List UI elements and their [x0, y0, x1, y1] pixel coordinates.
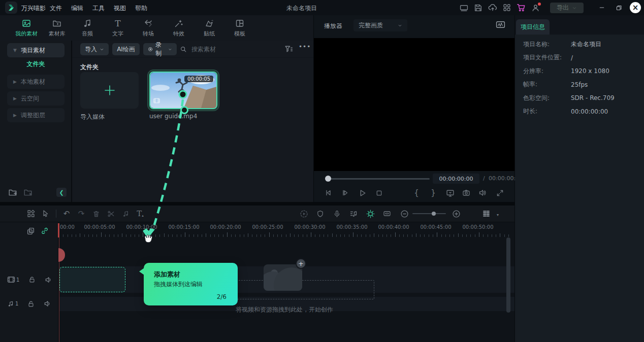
- ai-paint-button[interactable]: AI绘画: [112, 43, 140, 55]
- menu-help[interactable]: 帮助: [135, 4, 147, 13]
- close-button[interactable]: ×: [630, 2, 641, 13]
- prev-frame-button[interactable]: [323, 188, 333, 198]
- chevron-down-icon: [100, 47, 104, 52]
- tab-project-info[interactable]: 项目信息: [516, 19, 550, 35]
- auto-ripple-link-icon[interactable]: [41, 227, 49, 235]
- zoom-slider-knob[interactable]: [432, 212, 436, 216]
- sidebar-item-label: 项目素材: [21, 46, 45, 55]
- playhead[interactable]: [59, 223, 59, 342]
- new-folder-icon[interactable]: [8, 188, 17, 197]
- menu-tools[interactable]: 工具: [92, 4, 105, 13]
- search-input[interactable]: [190, 45, 253, 53]
- record-button[interactable]: 录制: [143, 43, 177, 55]
- lock-icon[interactable]: [28, 276, 36, 283]
- text-tool-icon[interactable]: T▴: [136, 209, 145, 218]
- field-row: 色彩空间:SDR - Rec.709: [515, 91, 644, 105]
- timeline-zoom-slider[interactable]: [412, 213, 446, 214]
- menu-file[interactable]: 文件: [50, 4, 62, 13]
- cloud-upload-icon[interactable]: [488, 3, 497, 12]
- video-track-badge: 1: [7, 276, 19, 283]
- sidebar-item-project-media[interactable]: ▼ 项目素材: [7, 43, 65, 57]
- lock-icon[interactable]: [27, 300, 35, 307]
- import-media-tile[interactable]: [80, 72, 139, 109]
- restore-button[interactable]: [611, 0, 626, 15]
- select-tool-icon[interactable]: [41, 209, 50, 218]
- ripple-edit-icon[interactable]: [382, 209, 392, 218]
- play-button[interactable]: [357, 188, 367, 198]
- sidebar-item-adjustment-layer[interactable]: ▶ 调整图层: [7, 108, 65, 122]
- timeline-toolbar: ↶ ↷ T▴ ▾: [0, 206, 514, 222]
- track-header-gutter: 1 1: [0, 222, 58, 342]
- tab-my-media[interactable]: 我的素材: [11, 15, 42, 41]
- shield-icon[interactable]: [315, 209, 325, 218]
- sidebar-item-local-media[interactable]: ▶ 本地素材: [7, 75, 65, 89]
- redo-icon[interactable]: ↷: [77, 209, 86, 218]
- add-media-plus-icon[interactable]: +: [296, 258, 306, 269]
- media-toolbar: 导入 AI绘画 录制 •••: [72, 41, 313, 58]
- cart-icon[interactable]: [517, 3, 526, 12]
- display-device-button[interactable]: [445, 188, 455, 198]
- filter-icon[interactable]: [284, 45, 293, 53]
- track-layout-icon[interactable]: [481, 209, 491, 218]
- more-options-button[interactable]: •••: [299, 43, 311, 50]
- mute-icon[interactable]: [44, 300, 51, 307]
- drag-handle[interactable]: [180, 106, 188, 114]
- search-box[interactable]: [180, 43, 253, 55]
- volume-button[interactable]: [477, 188, 488, 198]
- media-grid-icon[interactable]: [26, 209, 36, 218]
- export-button[interactable]: 导出: [550, 3, 584, 13]
- drop-target-preview[interactable]: [59, 267, 125, 292]
- render-preview-icon[interactable]: [299, 209, 308, 218]
- tab-transition[interactable]: 转场: [133, 15, 164, 41]
- video-preview[interactable]: [314, 38, 514, 171]
- tab-text[interactable]: T 文字: [103, 15, 133, 41]
- collapse-sidebar-button[interactable]: ❮: [56, 188, 67, 197]
- timeline-ruler[interactable]: 00:00 00:00:05:00 00:00:10:00 00:00:15:0…: [59, 223, 511, 237]
- quality-dropdown[interactable]: 完整画质: [353, 19, 407, 31]
- next-frame-button[interactable]: [340, 188, 350, 198]
- menu-view[interactable]: 视图: [114, 4, 126, 13]
- trash-icon[interactable]: [91, 209, 101, 218]
- playhead-handle[interactable]: [58, 223, 59, 237]
- delete-folder-icon[interactable]: [23, 188, 33, 197]
- scope-icon[interactable]: [496, 20, 505, 29]
- tab-effects[interactable]: 特效: [164, 15, 194, 41]
- insert-to-track-icon[interactable]: [26, 227, 35, 235]
- mixer-icon[interactable]: [349, 209, 358, 218]
- snapshot-button[interactable]: [461, 188, 471, 198]
- minimize-button[interactable]: [594, 0, 609, 15]
- ai-paint-label: AI绘画: [117, 45, 135, 54]
- fullscreen-button[interactable]: [495, 188, 505, 198]
- display-icon[interactable]: [460, 4, 468, 12]
- audio-separate-icon[interactable]: [121, 209, 130, 218]
- sidebar-item-folder[interactable]: 文件夹: [0, 60, 72, 69]
- track-layout-caret[interactable]: ▾: [493, 210, 502, 219]
- timeline-scrollbar[interactable]: [506, 237, 510, 313]
- seek-handle[interactable]: [325, 176, 331, 182]
- sidebar-item-label: 云空间: [21, 94, 39, 103]
- sidebar-item-label: 调整图层: [21, 111, 45, 120]
- mark-out-button[interactable]: }: [428, 188, 438, 198]
- import-button[interactable]: 导入: [80, 43, 109, 55]
- stop-button[interactable]: [374, 188, 384, 198]
- sidebar-item-cloud-space[interactable]: ▶ 云空间: [7, 91, 65, 106]
- audio-track-number: 1: [15, 301, 18, 306]
- tab-audio[interactable]: 音频: [72, 15, 103, 41]
- smart-cut-icon[interactable]: [366, 209, 375, 218]
- menu-edit[interactable]: 编辑: [71, 4, 83, 13]
- save-icon[interactable]: [474, 4, 482, 12]
- apps-grid-icon[interactable]: [503, 4, 511, 12]
- zoom-in-icon[interactable]: [452, 209, 461, 218]
- seek-bar[interactable]: [329, 178, 430, 180]
- mark-in-button[interactable]: {: [411, 188, 422, 198]
- account-icon[interactable]: [531, 4, 540, 12]
- tab-template[interactable]: 模板: [224, 15, 255, 41]
- scissors-icon[interactable]: [106, 209, 115, 218]
- undo-icon[interactable]: ↶: [62, 209, 71, 218]
- mute-icon[interactable]: [45, 276, 52, 284]
- microphone-icon[interactable]: [332, 209, 341, 218]
- tab-sticker[interactable]: 贴纸: [194, 15, 224, 41]
- media-clip-selected[interactable]: 00:00:05: [148, 70, 219, 111]
- tab-stock-library[interactable]: 素材库: [42, 15, 72, 41]
- zoom-out-icon[interactable]: [400, 209, 409, 218]
